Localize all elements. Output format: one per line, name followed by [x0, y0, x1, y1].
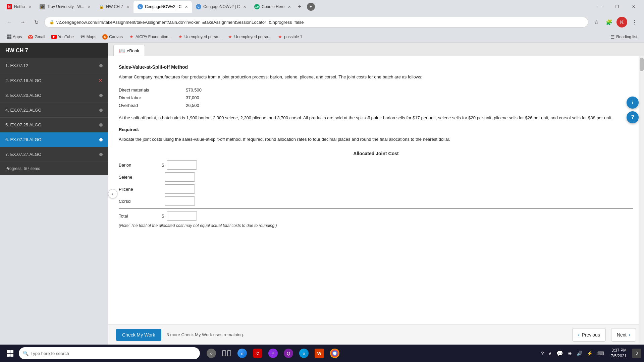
tray-sound-icon[interactable]: 🔊: [575, 349, 584, 357]
cost-value-materials: $70,500: [186, 87, 226, 93]
tray-chat-icon[interactable]: 💬: [555, 349, 565, 358]
chrome-icon: [330, 349, 339, 358]
collapse-sidebar-button[interactable]: ‹: [108, 189, 117, 198]
sidebar-item-2-error: ✕: [99, 78, 103, 83]
alloc-row-barlon: Barlon $: [119, 160, 633, 170]
taskbar-app-q[interactable]: Q: [281, 346, 296, 361]
tab-cengage2-label: CengageNOWv2 | C: [203, 4, 240, 9]
sidebar-item-3[interactable]: 3. EX.07.20.ALGO: [0, 88, 108, 103]
alloc-input-corsol[interactable]: [165, 196, 195, 206]
bookmark-canvas[interactable]: C Canvas: [100, 33, 125, 41]
taskbar-search[interactable]: 🔍 Type here to search: [19, 347, 200, 359]
bookmark-maps[interactable]: 🗺 Maps: [77, 33, 99, 41]
sidebar-item-5[interactable]: 5. EX.07.25.ALGO: [0, 118, 108, 132]
alloc-input-plicene[interactable]: [165, 184, 195, 194]
taskbar-office[interactable]: W: [312, 346, 327, 361]
forward-button[interactable]: →: [17, 17, 28, 27]
refresh-button[interactable]: ↻: [31, 17, 42, 27]
tab-netflix[interactable]: N Netflix ✕: [3, 1, 36, 13]
alloc-row-plicene: Plicene: [119, 184, 633, 194]
tray-network-icon[interactable]: ⊕: [567, 349, 573, 357]
back-button[interactable]: ←: [4, 17, 15, 27]
allocation-section: Allocated Joint Cost Barlon $ Selene: [119, 151, 633, 228]
cortana-icon: ○: [207, 349, 216, 358]
sidebar-item-2[interactable]: 2. EX.07.16.ALGO ✕: [0, 73, 108, 88]
sidebar-item-6-label: 6. EX.07.26.ALGO: [5, 137, 99, 142]
tray-battery-icon[interactable]: ⚡: [586, 349, 594, 357]
windows-icon: [7, 350, 13, 357]
tray-help-icon[interactable]: ?: [540, 349, 545, 357]
taskbar-cortana[interactable]: ○: [204, 346, 219, 361]
alloc-label-corsol: Corsol: [119, 199, 159, 204]
tab-cengage2[interactable]: C CengageNOWv2 | C ✕: [192, 1, 250, 13]
gmail-icon: [28, 34, 33, 40]
tab-cengage1[interactable]: C CengageNOWv2 | C ✕: [133, 1, 192, 13]
menu-icon[interactable]: ⋮: [629, 17, 640, 27]
scrollbar-thumb[interactable]: [640, 58, 644, 71]
ebook-tab[interactable]: 📖 eBook: [113, 45, 145, 56]
prev-arrow-icon: ‹: [578, 332, 580, 338]
tab-netflix-close[interactable]: ✕: [29, 5, 32, 9]
star-icon[interactable]: ☆: [591, 17, 602, 27]
tab-hw7[interactable]: 🔒 HW CH 7 ✕: [95, 1, 133, 13]
tab-hw7-close[interactable]: ✕: [126, 5, 129, 9]
time-display[interactable]: 3:37 PM 7/5/2021: [608, 346, 629, 360]
check-my-work-button[interactable]: Check My Work: [116, 329, 161, 341]
alloc-label-plicene: Plicene: [119, 187, 159, 192]
maximize-button[interactable]: ❐: [609, 1, 625, 12]
tray-keyboard-icon[interactable]: ⌨: [596, 349, 605, 357]
help-button[interactable]: ?: [627, 111, 639, 123]
sidebar-item-4[interactable]: 4. EX.07.21.ALGO: [0, 103, 108, 118]
previous-button[interactable]: ‹ Previous: [572, 328, 606, 342]
taskbar-edge[interactable]: e: [297, 346, 311, 361]
alloc-row-corsol: Corsol: [119, 196, 633, 206]
tab-coursehero-close[interactable]: ✕: [288, 5, 291, 9]
new-tab-button[interactable]: +: [295, 2, 304, 11]
sidebar-item-1[interactable]: 1. EX.07.12: [0, 58, 108, 73]
bookmark-youtube[interactable]: YouTube: [49, 33, 76, 41]
bookmark-aicpa[interactable]: ★ AICPA Foundation...: [126, 33, 174, 41]
alloc-input-total[interactable]: [167, 211, 197, 221]
next-label: Next: [617, 332, 627, 338]
minimize-button[interactable]: —: [592, 1, 608, 12]
time-text: 3:37 PM: [611, 348, 627, 353]
next-arrow-icon: ›: [629, 332, 630, 338]
tab-troy-close[interactable]: ✕: [88, 5, 91, 9]
alloc-input-barlon[interactable]: [167, 160, 197, 170]
taskbar-browser[interactable]: e: [235, 346, 250, 361]
tray-chevron-icon[interactable]: ∧: [547, 349, 553, 357]
next-button[interactable]: Next ›: [611, 328, 636, 342]
bookmark-apps[interactable]: Apps: [4, 33, 24, 41]
scrollbar-track[interactable]: [639, 56, 644, 345]
close-button[interactable]: ✕: [626, 1, 641, 12]
taskbar-task-view[interactable]: [219, 346, 234, 361]
tab-troy[interactable]: 🎓 Troy University - W... ✕: [36, 1, 95, 13]
reading-list-button[interactable]: ☰ Reading list: [608, 33, 640, 41]
tab-cengage2-close[interactable]: ✕: [243, 5, 246, 9]
required-label: Required:: [119, 127, 633, 132]
bookmark-unemployed1[interactable]: ★ Unemployed perso...: [175, 33, 224, 41]
browser-icon: e: [237, 349, 247, 358]
profile-dropdown[interactable]: ▾: [307, 3, 315, 11]
info-button[interactable]: i: [627, 97, 639, 109]
alloc-input-selene[interactable]: [165, 172, 195, 182]
extensions-icon[interactable]: 🧩: [604, 17, 614, 27]
notification-button[interactable]: 3: [632, 349, 641, 358]
tab-coursehero[interactable]: CH Course Hero ✕: [250, 1, 295, 13]
taskbar-cengage[interactable]: C: [250, 346, 265, 361]
aicpa-star-icon: ★: [129, 34, 134, 40]
sidebar-item-6[interactable]: 6. EX.07.26.ALGO: [0, 132, 108, 147]
taskbar-chrome[interactable]: [327, 346, 342, 361]
alloc-total-label: Total: [119, 214, 159, 219]
bookmark-unemployed2[interactable]: ★ Unemployed perso...: [225, 33, 274, 41]
profile-button[interactable]: K: [616, 17, 627, 27]
tab-cengage1-close[interactable]: ✕: [185, 5, 188, 9]
sidebar-item-7[interactable]: 7. EX.07.27.ALGO: [0, 147, 108, 162]
remaining-uses-text: 3 more Check My Work uses remaining.: [167, 332, 567, 337]
taskbar-percipio[interactable]: P: [266, 346, 280, 361]
bookmark-possible1[interactable]: ★ possible 1: [275, 33, 305, 41]
start-button[interactable]: [3, 346, 17, 361]
bookmark-gmail[interactable]: Gmail: [25, 33, 48, 41]
alloc-total-dollar: $: [162, 214, 164, 219]
url-bar[interactable]: 🔒 v2.cengagenow.com/ilrn/takeAssignment/…: [44, 17, 588, 27]
